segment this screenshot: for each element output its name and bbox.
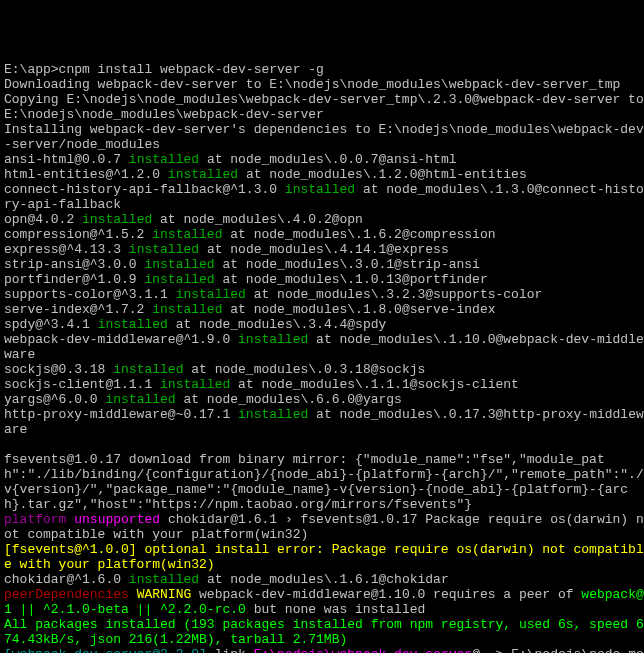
link-word: link <box>215 647 246 653</box>
installed-keyword: installed <box>129 242 199 257</box>
peerdeps-msg: webpack-dev-middleware@1.10.0 requires a… <box>199 587 573 602</box>
link-src: E:\nodejs\webpack-dev-server <box>254 647 472 653</box>
installed-keyword: installed <box>238 407 308 422</box>
install-row-pkg: strip-ansi@^3.0.0 <box>4 257 137 272</box>
prompt-path: E:\app> <box>4 62 59 77</box>
peerdeps-warning: WARNING <box>137 587 192 602</box>
command-text: cnpm install webpack-dev-server -g <box>59 62 324 77</box>
install-row-pkg: sockjs-client@1.1.1 <box>4 377 152 392</box>
installed-keyword: installed <box>144 272 214 287</box>
install-row-pkg: webpack-dev-middleware@^1.9.0 <box>4 332 230 347</box>
install-row-pkg: compression@^1.5.2 <box>4 227 144 242</box>
installed-keyword: installed <box>105 392 175 407</box>
installed-keyword: installed <box>176 287 246 302</box>
install-row-path: at node_modules\.0.3.18@sockjs <box>191 362 425 377</box>
install-row-path: at node_modules\.1.1.1@sockjs-client <box>238 377 519 392</box>
install-row-pkg: html-entities@^1.2.0 <box>4 167 160 182</box>
install-row-pkg: connect-history-api-fallback@^1.3.0 <box>4 182 277 197</box>
install-row-path: at node_modules\.4.0.2@opn <box>160 212 363 227</box>
install-row-pkg: sockjs@0.3.18 <box>4 362 105 377</box>
chokidar-pkg: chokidar@^1.6.0 <box>4 572 121 587</box>
install-row-path: at node_modules\.1.2.0@html-entities <box>246 167 527 182</box>
install-deps-line: Installing webpack-dev-server's dependen… <box>4 122 644 152</box>
summary-line: All packages installed (193 packages ins… <box>4 617 644 647</box>
install-row-pkg: ansi-html@0.0.7 <box>4 152 121 167</box>
install-row-pkg: supports-color@^3.1.1 <box>4 287 168 302</box>
download-line: Downloading webpack-dev-server to E:\nod… <box>4 77 620 92</box>
install-row-pkg: portfinder@^1.0.9 <box>4 272 137 287</box>
install-list: ansi-html@0.0.7 installed at node_module… <box>4 152 644 437</box>
peerdeps-none: but none was installed <box>254 602 426 617</box>
install-row-path: at node_modules\.4.14.1@express <box>207 242 449 257</box>
install-row-path: at node_modules\.6.6.0@yargs <box>183 392 401 407</box>
chokidar-path: at node_modules\.1.6.1@chokidar <box>207 572 449 587</box>
installed-keyword: installed <box>152 302 222 317</box>
copy-line: Copying E:\nodejs\node_modules\webpack-d… <box>4 92 644 122</box>
unsupported-label: unsupported <box>74 512 160 527</box>
install-row-pkg: serve-index@^1.7.2 <box>4 302 144 317</box>
platform-label: platform <box>4 512 66 527</box>
installed-keyword: installed <box>129 152 199 167</box>
link-arrow: @ -> <box>472 647 511 653</box>
optional-install-error: [fsevents@^1.0.0] optional install error… <box>4 542 644 572</box>
install-row-pkg: express@^4.13.3 <box>4 242 121 257</box>
installed-keyword: installed <box>129 572 199 587</box>
installed-keyword: installed <box>82 212 152 227</box>
install-row-path: at node_modules\.1.6.2@compression <box>230 227 495 242</box>
fsevents-pkg: fsevents@1.0.17 <box>4 452 121 467</box>
installed-keyword: installed <box>238 332 308 347</box>
installed-keyword: installed <box>152 227 222 242</box>
install-row-path: at node_modules\.3.2.3@supports-color <box>254 287 543 302</box>
install-row-pkg: spdy@^3.4.1 <box>4 317 90 332</box>
install-row-path: at node_modules\.0.0.7@ansi-html <box>207 152 457 167</box>
peerdeps-label: peerDependencies <box>4 587 129 602</box>
link-pkg: [webpack-dev-server@2.3.0] <box>4 647 207 653</box>
install-row-path: at node_modules\.1.8.0@serve-index <box>230 302 495 317</box>
installed-keyword: installed <box>144 257 214 272</box>
install-row-path: at node_modules\.1.0.13@portfinder <box>222 272 487 287</box>
installed-keyword: installed <box>168 167 238 182</box>
install-row-pkg: opn@4.0.2 <box>4 212 74 227</box>
install-row-path: at node_modules\.3.4.4@spdy <box>176 317 387 332</box>
installed-keyword: installed <box>285 182 355 197</box>
install-row-pkg: yargs@^6.0.0 <box>4 392 98 407</box>
install-row-path: at node_modules\.3.0.1@strip-ansi <box>222 257 479 272</box>
installed-keyword: installed <box>160 377 230 392</box>
installed-keyword: installed <box>113 362 183 377</box>
install-row-pkg: http-proxy-middleware@~0.17.1 <box>4 407 230 422</box>
installed-keyword: installed <box>98 317 168 332</box>
